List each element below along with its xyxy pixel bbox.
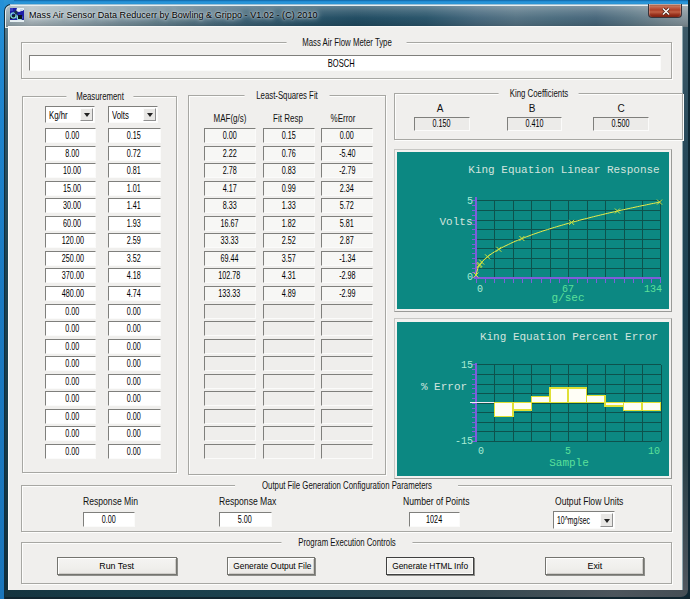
svg-text:-15: -15 (455, 436, 473, 447)
svg-text:5: 5 (467, 196, 473, 207)
svg-text:15: 15 (461, 360, 473, 371)
svg-text:10: 10 (648, 446, 660, 457)
svg-text:5: 5 (565, 446, 571, 457)
svg-text:Sample: Sample (549, 457, 589, 469)
svg-text:g/sec: g/sec (551, 292, 584, 304)
svg-text:0: 0 (467, 272, 473, 283)
svg-text:King Equation Percent Error: King Equation Percent Error (480, 331, 658, 343)
svg-text:0: 0 (478, 446, 484, 457)
svg-text:% Error: % Error (421, 381, 467, 393)
svg-text:0: 0 (477, 284, 483, 295)
svg-text:Volts: Volts (439, 216, 472, 228)
svg-text:134: 134 (644, 284, 662, 295)
svg-text:King Equation Linear Response: King Equation Linear Response (468, 164, 659, 176)
